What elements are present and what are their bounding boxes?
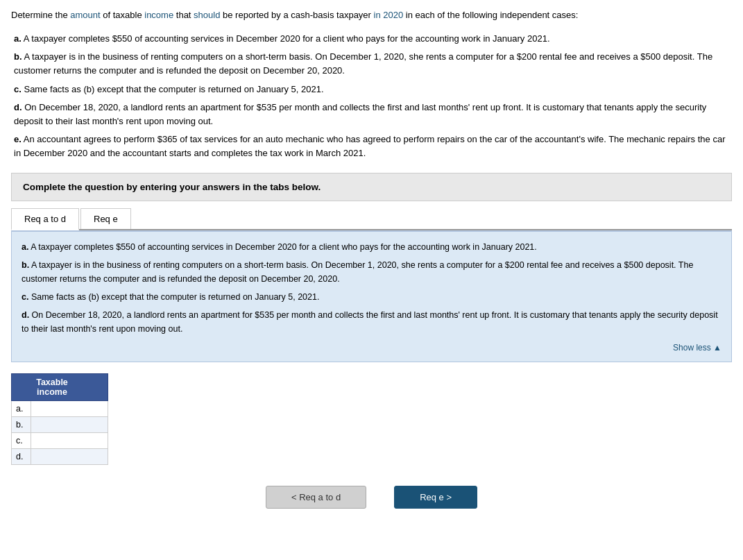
navigation-buttons: < Req a to d Req e > bbox=[11, 486, 732, 523]
case-d: d. On December 18, 2020, a landlord rent… bbox=[14, 101, 732, 128]
table-section: Taxableincome a. b. c. bbox=[11, 373, 732, 465]
input-cell-a[interactable] bbox=[31, 401, 108, 417]
intro-line1: Determine the amount of taxable income t… bbox=[11, 10, 578, 20]
tab-case-c: c. Same facts as (b) except that the com… bbox=[22, 290, 721, 304]
tab-case-b: b. A taxpayer is in the business of rent… bbox=[22, 258, 721, 286]
taxable-income-input-a[interactable] bbox=[31, 401, 108, 416]
taxable-income-input-b[interactable] bbox=[31, 417, 108, 432]
taxable-income-table: Taxableincome a. b. c. bbox=[11, 373, 108, 465]
intro-paragraph: Determine the amount of taxable income t… bbox=[11, 8, 732, 22]
taxable-income-input-d[interactable] bbox=[31, 449, 108, 464]
table-row: d. bbox=[12, 449, 108, 465]
instruction-text: Complete the question by entering your a… bbox=[23, 182, 321, 192]
tab-content-area: a. A taxpayer completes $550 of accounti… bbox=[11, 230, 732, 362]
table-row: b. bbox=[12, 417, 108, 433]
next-button[interactable]: Req e > bbox=[394, 486, 477, 509]
taxable-income-input-c[interactable] bbox=[31, 433, 108, 448]
case-b: b. A taxpayer is in the business of rent… bbox=[14, 50, 732, 78]
case-e: e. An accountant agrees to perform $365 … bbox=[14, 133, 732, 160]
case-list: a. A taxpayer completes $550 of accounti… bbox=[14, 32, 732, 160]
case-c: c. Same facts as (b) except that the com… bbox=[14, 83, 732, 96]
tab-req-e[interactable]: Req e bbox=[80, 208, 131, 229]
row-label-d: d. bbox=[12, 449, 31, 465]
tab-case-d: d. On December 18, 2020, a landlord rent… bbox=[22, 308, 721, 336]
tab-req-a-to-d[interactable]: Req a to d bbox=[11, 208, 79, 230]
table-row: c. bbox=[12, 433, 108, 449]
case-a: a. A taxpayer completes $550 of accounti… bbox=[14, 32, 732, 46]
input-cell-d[interactable] bbox=[31, 449, 108, 465]
table-header: Taxableincome bbox=[12, 374, 108, 401]
row-label-a: a. bbox=[12, 401, 31, 417]
row-label-b: b. bbox=[12, 417, 31, 433]
input-cell-b[interactable] bbox=[31, 417, 108, 433]
show-less-button[interactable]: Show less ▲ bbox=[22, 341, 721, 355]
tabs-row: Req a to d Req e bbox=[11, 208, 732, 230]
tab-case-a: a. A taxpayer completes $550 of accounti… bbox=[22, 240, 721, 254]
instruction-box: Complete the question by entering your a… bbox=[11, 173, 732, 201]
row-label-c: c. bbox=[12, 433, 31, 449]
input-cell-c[interactable] bbox=[31, 433, 108, 449]
prev-button[interactable]: < Req a to d bbox=[266, 486, 366, 509]
table-row: a. bbox=[12, 401, 108, 417]
